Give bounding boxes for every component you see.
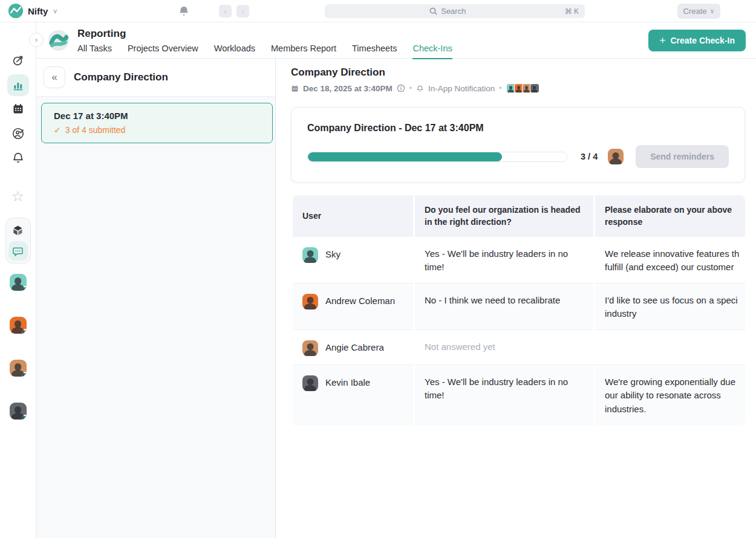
sidebar-item-reporting[interactable]: [7, 74, 29, 96]
checkin-meta-row: Dec 18, 2025 at 3:40PM • In-App Notifica…: [291, 83, 745, 93]
avatar: [302, 375, 318, 391]
sidebar-item-calendar[interactable]: [7, 98, 29, 120]
nifty-brand[interactable]: Nifty ∨: [8, 4, 57, 18]
info-icon[interactable]: [397, 84, 405, 92]
user-name: Kevin Ibale: [325, 376, 370, 390]
sidebar-member-avatar[interactable]: [10, 317, 27, 334]
checkin-list-item[interactable]: Dec 17 at 3:40PM ✓ 3 of 4 submitted: [41, 103, 273, 143]
col-header-question1: Do you feel our organization is headed i…: [415, 195, 593, 237]
elaboration-cell: We're growing exponentially due our abil…: [595, 365, 745, 426]
participant-avatars[interactable]: [506, 83, 539, 93]
bell-icon[interactable]: [177, 4, 191, 18]
check-icon: ✓: [54, 125, 61, 135]
tab-all-tasks[interactable]: All Tasks: [77, 44, 112, 59]
answer-cell: No - I think we need to recalibrate: [415, 284, 593, 330]
sidebar-item-notifications[interactable]: [7, 147, 29, 169]
tab-check-ins[interactable]: Check-Ins: [412, 44, 452, 59]
send-reminders-button[interactable]: Send reminders: [636, 145, 729, 168]
reporting-logo-icon: [48, 30, 69, 51]
search-input[interactable]: Search ⌘ K: [325, 4, 585, 18]
table-header-row: User Do you feel our organization is hea…: [293, 195, 745, 237]
checkin-list-panel: « Company Direction Dec 17 at 3:40PM ✓ 3…: [36, 59, 276, 538]
sidebar-item-discussions[interactable]: [8, 241, 28, 261]
sidebar-item-my-work[interactable]: [7, 123, 29, 144]
sidebar-item-projects[interactable]: [8, 221, 28, 240]
col-header-question2: Please elaborate on your above response: [595, 195, 745, 237]
tab-workloads[interactable]: Workloads: [214, 44, 255, 59]
answer-cell: Yes - We'll be industry leaders in no ti…: [415, 237, 593, 284]
tab-members-report[interactable]: Members Report: [271, 44, 336, 59]
calendar-icon: [291, 85, 299, 92]
status-dot: [22, 372, 27, 377]
checkin-summary-card: Company Direction - Dec 17 at 3:40PM 3 /…: [291, 107, 745, 183]
elaboration-cell: I'd like to see us focus on a speci indu…: [595, 284, 745, 330]
progress-fill: [308, 152, 502, 161]
status-dot: [22, 286, 27, 291]
user-name: Sky: [325, 248, 341, 262]
checkin-date: Dec 17 at 3:40PM: [54, 111, 260, 121]
top-bar: Nifty ∨ ‹ › Search ⌘ K Create ∨: [0, 0, 756, 22]
workspace-group: [5, 218, 31, 264]
tab-projects-overview[interactable]: Projects Overview: [128, 44, 198, 59]
summary-title: Company Direction - Dec 17 at 3:40PM: [307, 123, 729, 134]
avatar: [302, 294, 318, 310]
search-shortcut: ⌘ K: [565, 7, 579, 16]
plus-icon: +: [659, 34, 665, 47]
sidebar-member-avatar[interactable]: [10, 274, 27, 291]
bullet-separator: •: [499, 84, 501, 92]
chevron-down-icon[interactable]: ∨: [53, 7, 57, 15]
search-icon: [429, 7, 437, 15]
answer-cell: Yes - We'll be industry leaders in no ti…: [415, 365, 593, 426]
avatar: [302, 340, 318, 356]
nifty-logo-icon: [8, 4, 23, 18]
reporting-tabs: All Tasks Projects Overview Workloads Me…: [77, 44, 452, 59]
expand-sidebar-button[interactable]: ›: [29, 33, 44, 47]
sidebar-member-avatar[interactable]: [10, 403, 27, 420]
participant-avatar: [530, 83, 539, 93]
checkin-datetime: Dec 18, 2025 at 3:40PM: [303, 84, 393, 93]
checkin-title: Company Direction: [291, 66, 745, 79]
brand-name: Nifty: [28, 6, 48, 16]
chevron-down-icon: ∨: [709, 7, 714, 15]
left-icon-sidebar: ☆: [0, 22, 36, 538]
reporting-header: Reporting All Tasks Projects Overview Wo…: [36, 22, 756, 59]
search-placeholder: Search: [441, 7, 466, 16]
tab-timesheets[interactable]: Timesheets: [352, 44, 397, 59]
checkin-status: ✓ 3 of 4 submitted: [54, 125, 260, 135]
favorites-star-icon[interactable]: ☆: [7, 186, 29, 207]
elaboration-cell: We release innovative features th fulfil…: [595, 237, 745, 284]
bullet-separator: •: [409, 84, 412, 92]
answer-cell: Not answered yet: [415, 330, 745, 365]
nav-forward-button[interactable]: ›: [236, 5, 249, 18]
quick-find-icon[interactable]: [7, 50, 29, 71]
submission-ratio: 3 / 4: [581, 152, 598, 161]
checkin-panel-title: Company Direction: [74, 71, 168, 83]
user-name: Angie Cabrera: [325, 341, 384, 355]
checkin-panel-header: « Company Direction: [36, 59, 275, 97]
collapse-panel-button[interactable]: «: [44, 66, 65, 88]
submission-progress-bar: [307, 152, 567, 162]
notification-bell-icon: [416, 85, 424, 92]
col-header-user: User: [293, 195, 413, 237]
responses-table-wrap: User Do you feel our organization is hea…: [291, 195, 745, 426]
table-row: Kevin Ibale Yes - We'll be industry lead…: [293, 365, 745, 426]
table-row: Andrew Coleman No - I think we need to r…: [293, 284, 745, 330]
notification-type: In-App Notification: [428, 84, 495, 93]
pending-member-avatar[interactable]: [608, 149, 624, 164]
create-button[interactable]: Create ∨: [677, 4, 720, 19]
page-title: Reporting: [77, 28, 126, 40]
status-dot: [22, 329, 27, 334]
table-row: Sky Yes - We'll be industry leaders in n…: [293, 237, 745, 284]
sidebar-member-avatar[interactable]: [10, 360, 27, 377]
responses-table: User Do you feel our organization is hea…: [291, 195, 745, 426]
nav-back-button[interactable]: ‹: [219, 5, 232, 18]
avatar: [302, 247, 318, 263]
checkin-detail-panel: Company Direction Dec 18, 2025 at 3:40PM…: [276, 59, 756, 538]
table-row: Angie Cabrera Not answered yet: [293, 330, 745, 365]
user-name: Andrew Coleman: [325, 294, 395, 308]
create-check-in-button[interactable]: + Create Check-In: [648, 30, 746, 51]
status-dot: [22, 415, 27, 420]
